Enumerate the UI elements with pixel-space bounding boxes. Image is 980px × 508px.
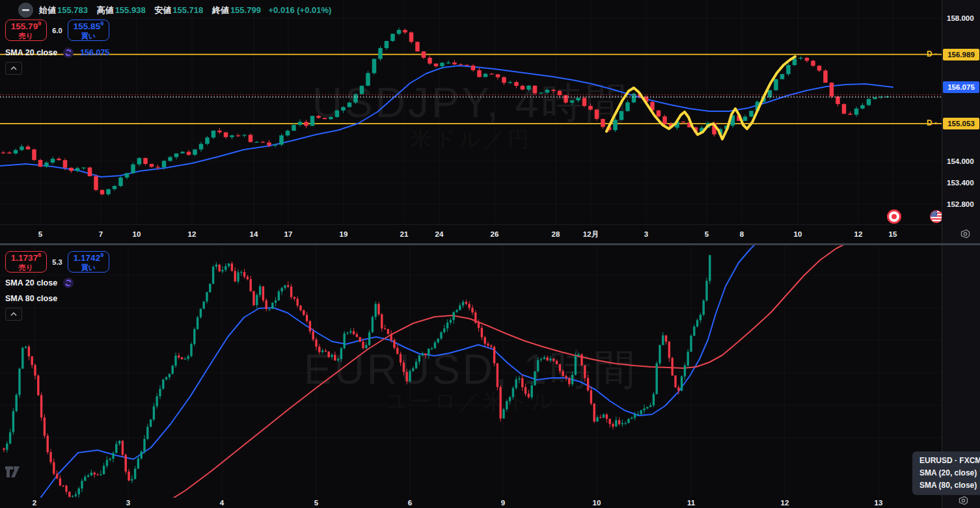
indicator-legend-sma80[interactable]: SMA 80 close [5,293,57,304]
time-tick-label: 13 [875,499,883,507]
price-tick-label: 153.400 [942,179,980,187]
buy-label: 買い [81,32,96,40]
time-tick-label: 26 [491,230,499,238]
time-tick-label: 28 [552,230,560,238]
time-tick-label: 15 [889,230,897,238]
SMA 80-line[interactable] [159,245,849,498]
time-tick-label: 24 [435,230,444,238]
buy-button[interactable]: 155.859 買い [68,20,109,41]
price-tick-label: 158.000 [942,14,980,22]
time-tick-label: 4 [220,499,224,507]
time-tick-label: 3 [644,230,648,238]
sma20-value: 156.075 [80,48,109,57]
price-axis-usdjpy[interactable]: 158.000154.000153.400152.800156.989156.0… [942,0,980,243]
chart-pane-eurusd[interactable]: EURUSD, 1時間 ユーロ／米ドル 1.17376 売り 5.3 1.174… [0,245,942,498]
time-tick-label: 5 [705,230,709,238]
time-tick-label: 5 [38,230,42,238]
collapse-pane-button[interactable] [5,62,22,75]
time-tick-label: 11 [687,499,695,507]
time-tick-label: 21 [400,230,409,238]
time-tick-label: 19 [340,230,348,238]
sell-label: 売り [19,263,33,271]
tooltip-sma20: SMA (20, close) [919,467,976,479]
close-value: 155.799 [230,5,261,15]
indicator-legend-sma20[interactable]: SMA 20 close [5,278,74,288]
spread-value: 5.3 [48,258,66,266]
high-label: 高値 [97,5,114,15]
tooltip-symbol: EURUSD · FXCM, [919,455,976,467]
price-tick-label: 152.800 [942,200,980,208]
sell-button[interactable]: 1.17376 売り [5,251,47,273]
sma20-label: SMA 20 close [5,48,57,57]
pane-separator[interactable] [0,243,980,245]
open-label: 始値 [39,5,56,15]
time-tick-label: 10 [794,230,802,238]
time-tick-label: 14 [250,230,258,238]
time-axis-eurusd[interactable]: 23456910111213 [0,498,942,508]
time-tick-label: 9 [501,499,505,507]
sell-price-sup: 6 [38,252,41,258]
close-label: 終値 [212,5,229,15]
sma80-label: SMA 80 close [5,294,57,303]
time-tick-label: 6 [408,499,412,507]
sma20-label: SMA 20 close [5,278,57,287]
sync-icon [63,47,74,58]
buy-price: 155.85 [74,21,100,31]
buy-price: 1.1742 [74,253,100,263]
time-tick-label: 17 [284,230,293,238]
time-tick-label: 12 [854,230,863,238]
price-tick-label: 154.000 [942,157,980,165]
tradingview-logo[interactable] [5,466,25,483]
usdjpy-chart-canvas[interactable] [0,0,942,224]
time-axis-usdjpy[interactable]: 5710121417192124262812月358101215 [0,224,942,243]
us-flag-event-icon[interactable] [929,209,942,224]
chevron-up-icon [10,66,17,70]
price-level-label: 155.053 [943,118,979,129]
chart-pane-usdjpy[interactable]: USDJPY, 4時間 米ドル／円 始値155.783 高値155.938 安値… [0,0,942,224]
time-tick-label: 2 [33,499,36,507]
daily-level-mark: D - [927,118,937,127]
SMA 20-line[interactable] [36,245,756,498]
time-tick-label: 12 [188,230,197,238]
time-tick-label: 12月 [583,230,599,239]
sell-price: 1.1737 [11,253,38,263]
indicator-legend-sma20[interactable]: SMA 20 close 156.075 [5,47,109,58]
sell-price: 155.79 [11,21,38,31]
open-value: 155.783 [57,5,88,15]
time-tick-label: 3 [126,499,130,507]
sell-price-sup: 9 [38,20,41,27]
trading-app: USDJPY, 4時間 米ドル／円 始値155.783 高値155.938 安値… [0,0,980,508]
price-level-label: 156.989 [943,49,979,60]
minus-icon [22,9,29,11]
time-tick-label: 7 [99,230,103,238]
buy-button[interactable]: 1.17429 買い [68,251,109,273]
buy-price-sup: 9 [100,20,103,27]
time-tick-label: 12 [781,499,789,507]
axis-settings-gear-icon[interactable] [960,228,971,242]
spread-value: 6.0 [48,27,66,34]
high-value: 155.938 [115,5,146,15]
ohlc-readout: 始値155.783 高値155.938 安値155.718 終値155.799 … [39,5,331,16]
buy-price-sup: 9 [100,252,103,258]
time-tick-label: 10 [133,230,141,238]
low-label: 安値 [154,5,171,15]
sell-button[interactable]: 155.799 売り [5,20,47,41]
economic-event-icon[interactable] [887,209,901,224]
SMA 20-line[interactable] [0,66,893,177]
sync-icon [63,278,74,288]
collapse-pane-button[interactable] [5,308,22,321]
indicator-tooltip: EURUSD · FXCM, SMA (20, close) SMA (80, … [912,451,980,495]
time-tick-label: 8 [740,230,744,238]
sell-label: 売り [19,32,33,40]
low-value: 155.718 [172,5,203,15]
collapse-symbol-button[interactable] [18,3,33,18]
time-tick-label: 10 [593,499,601,507]
eurusd-chart-canvas[interactable] [0,245,942,498]
daily-level-mark: D - [927,49,937,59]
price-level-label: 156.075 [943,81,979,93]
tooltip-sma80: SMA (80, close) [919,479,976,492]
axis-settings-gear-icon[interactable] [958,495,969,508]
time-tick-label: 5 [314,499,318,507]
change-value: +0.016 (+0.01%) [269,5,332,15]
chevron-up-icon [10,312,17,316]
